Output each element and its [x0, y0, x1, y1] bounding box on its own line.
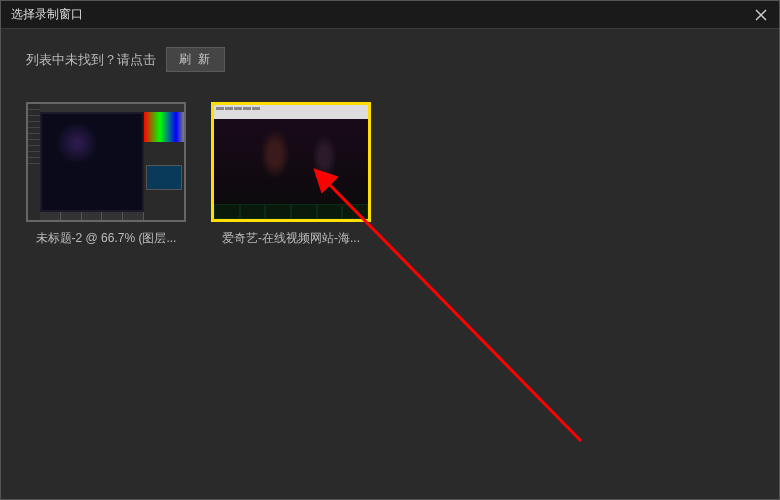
- window-label: 爱奇艺-在线视频网站-海...: [211, 230, 371, 247]
- refresh-button[interactable]: 刷 新: [166, 47, 225, 72]
- window-thumbnail: [26, 102, 186, 222]
- window-item[interactable]: 爱奇艺-在线视频网站-海...: [211, 102, 371, 247]
- not-found-prompt: 列表中未找到？请点击: [26, 51, 156, 69]
- window-list: 未标题-2 @ 66.7% (图层... 爱奇艺-在线视频网站-海...: [1, 82, 779, 267]
- window-title: 选择录制窗口: [11, 6, 83, 23]
- close-button[interactable]: [751, 5, 771, 25]
- close-icon: [755, 9, 767, 21]
- titlebar: 选择录制窗口: [1, 1, 779, 29]
- window-item[interactable]: 未标题-2 @ 66.7% (图层...: [26, 102, 186, 247]
- window-label: 未标题-2 @ 66.7% (图层...: [26, 230, 186, 247]
- window-thumbnail: [211, 102, 371, 222]
- toolbar: 列表中未找到？请点击 刷 新: [1, 29, 779, 82]
